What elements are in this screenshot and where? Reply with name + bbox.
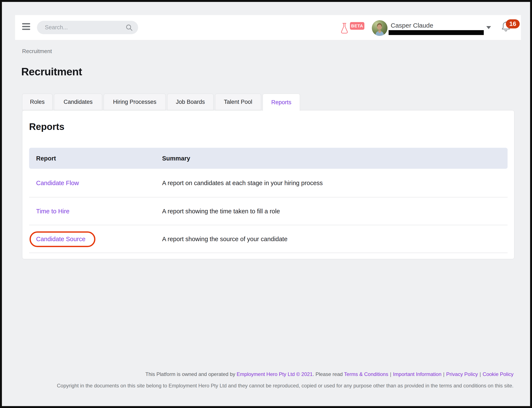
footer-link-cookie-policy[interactable]: Cookie Policy (483, 371, 514, 377)
chevron-down-icon[interactable] (486, 26, 491, 29)
footer-separator: | (390, 371, 391, 377)
user-name: Casper Claude (391, 22, 433, 29)
tab-candidates[interactable]: Candidates (54, 94, 102, 110)
search-icon (125, 24, 133, 31)
app-window: BETA Ca (0, 0, 532, 408)
footer-separator: | (480, 371, 481, 377)
breadcrumb[interactable]: Recruitment (22, 48, 52, 55)
notification-count-badge: 16 (506, 19, 520, 28)
search-input[interactable] (37, 21, 138, 34)
table-row: Candidate Source A report showing the so… (29, 225, 507, 253)
footer-line-1: This Platform is owned and operated by E… (22, 371, 514, 377)
footer-separator: | (443, 371, 445, 377)
table-header: Report Summary (29, 148, 507, 169)
redacted-user-email (389, 30, 484, 35)
report-link-candidate-source[interactable]: Candidate Source (36, 235, 85, 242)
footer-link-important-information[interactable]: Important Information (393, 371, 442, 377)
menu-icon[interactable] (22, 23, 30, 32)
footer-text: This Platform is owned and operated by (145, 371, 237, 377)
tab-hiring-processes[interactable]: Hiring Processes (104, 94, 166, 110)
beta-flask-icon (340, 23, 349, 34)
table-row: Time to Hire A report showing the time t… (29, 197, 507, 225)
tab-bar: Roles Candidates Hiring Processes Job Bo… (22, 94, 300, 111)
tab-reports[interactable]: Reports (263, 94, 300, 111)
footer-text: . Please read (313, 371, 344, 377)
tab-talent-pool[interactable]: Talent Pool (215, 94, 261, 110)
report-summary: A report on candidates at each stage in … (162, 179, 323, 186)
footer-copyright: Copyright in the documents on this site … (22, 383, 514, 389)
notifications-button[interactable]: 16 (500, 18, 521, 37)
report-summary: A report showing the time taken to fill … (162, 208, 280, 215)
footer-link-owner[interactable]: Employment Hero Pty Ltd © 2021 (237, 371, 313, 377)
report-summary: A report showing the source of your cand… (162, 235, 288, 242)
tab-roles[interactable]: Roles (22, 94, 52, 110)
report-link-candidate-flow[interactable]: Candidate Flow (36, 179, 79, 186)
footer-link-terms[interactable]: Terms & Conditions (344, 371, 388, 377)
search-box[interactable] (37, 21, 138, 34)
section-title: Reports (29, 121, 64, 132)
tab-job-boards[interactable]: Job Boards (167, 94, 214, 110)
beta-badge: BETA (350, 22, 364, 30)
report-link-time-to-hire[interactable]: Time to Hire (36, 208, 70, 215)
table-row: Candidate Flow A report on candidates at… (29, 169, 507, 197)
avatar[interactable] (372, 20, 388, 36)
reports-panel: Reports Report Summary Candidate Flow A … (22, 110, 514, 259)
footer-link-privacy-policy[interactable]: Privacy Policy (446, 371, 478, 377)
top-bar: BETA Ca (15, 15, 521, 40)
page-title: Recruitment (21, 66, 82, 78)
column-header-summary: Summary (162, 155, 190, 162)
column-header-report: Report (36, 155, 56, 162)
